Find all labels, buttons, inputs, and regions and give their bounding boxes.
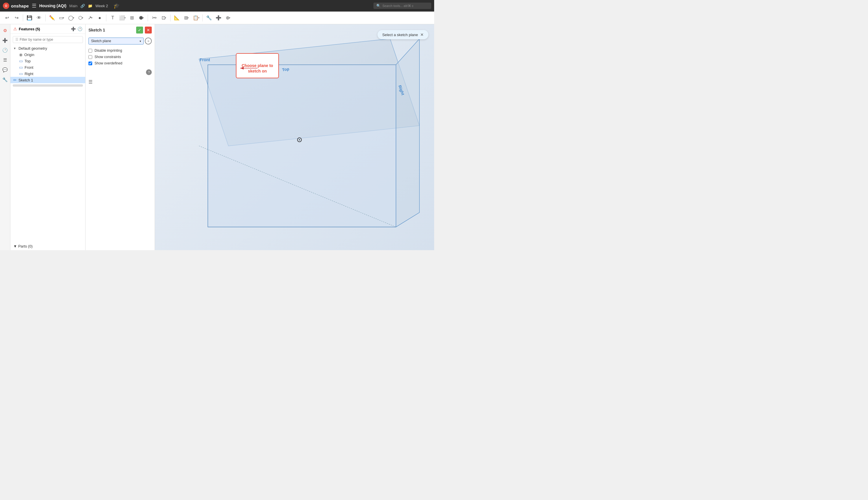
- select-plane-text: Select a sketch plane: [382, 33, 418, 37]
- dimension-button[interactable]: 📐: [172, 13, 181, 23]
- filter-box: ☰: [13, 36, 83, 43]
- front-plane-item[interactable]: ▭ Front: [16, 64, 85, 70]
- point-button[interactable]: ●: [95, 13, 104, 23]
- week-label[interactable]: Week 2: [96, 4, 108, 8]
- origin-icon: ◉: [19, 52, 23, 57]
- sketch-list-icon[interactable]: ☰: [86, 77, 155, 87]
- spline-button[interactable]: ↗▾: [86, 13, 95, 23]
- show-constraints-checkbox[interactable]: [88, 55, 92, 59]
- snap-button[interactable]: ⊕▾: [223, 13, 233, 23]
- default-geometry-item[interactable]: ▼ Default geometry: [10, 45, 85, 52]
- undo-button[interactable]: ↩: [2, 13, 12, 23]
- viewport-3d: [155, 24, 434, 250]
- origin-dot: [297, 137, 302, 142]
- app-logo[interactable]: O onshape: [3, 3, 29, 9]
- feature-panel-header: ⚠ Features (5) ➕ 🕐: [10, 24, 85, 34]
- offset-button[interactable]: ⊡▾: [159, 13, 168, 23]
- expand-icon: ▼: [13, 47, 16, 50]
- features-icon[interactable]: ⚙: [1, 26, 9, 35]
- panel-scrollbar[interactable]: [13, 84, 83, 87]
- search-icon: 🔍: [376, 4, 381, 8]
- filter-input[interactable]: [20, 37, 80, 42]
- select-button[interactable]: ➕: [214, 13, 223, 23]
- select-plane-close-button[interactable]: ✕: [420, 32, 424, 37]
- sketch1-label: Sketch 1: [19, 78, 33, 82]
- construct-button[interactable]: 📋▾: [191, 13, 201, 23]
- show-overdefined-label[interactable]: Show overdefined: [94, 61, 122, 65]
- show-overdefined-row: Show overdefined: [88, 60, 152, 66]
- help-button[interactable]: ?: [146, 69, 152, 75]
- rectangle-button[interactable]: ▭▾: [57, 13, 66, 23]
- show-overdefined-checkbox[interactable]: [88, 61, 92, 65]
- sketch-options: Disable imprinting Show constraints Show…: [86, 46, 155, 68]
- plane-icon-top: ▭: [19, 59, 23, 63]
- filter-icon-inner: ☰: [15, 37, 19, 42]
- sketch-panel-title: Sketch 1: [88, 28, 134, 32]
- show-constraints-label[interactable]: Show constraints: [94, 55, 121, 59]
- feature-history-button[interactable]: 🕐: [77, 26, 82, 31]
- menu-icon[interactable]: ☰: [32, 3, 36, 9]
- front-plane-label: Front: [200, 57, 210, 62]
- parts-header[interactable]: ▼ Parts (0): [13, 244, 82, 248]
- sketch1-item[interactable]: ✏ Sketch 1: [10, 77, 85, 83]
- pattern-button[interactable]: ⬢▾: [137, 13, 146, 23]
- sketch-close-button[interactable]: ✕: [145, 26, 152, 34]
- plane-icon-right: ▭: [19, 71, 23, 76]
- disable-imprinting-label[interactable]: Disable imprinting: [94, 48, 122, 53]
- grad-icon: 🎓: [113, 3, 120, 9]
- right-plane-item[interactable]: ▭ Right: [16, 70, 85, 77]
- add-feature-icon[interactable]: ➕: [1, 36, 9, 45]
- logo-icon: O: [3, 3, 9, 9]
- top-plane-item[interactable]: ▭ Top: [16, 58, 85, 64]
- circle-button[interactable]: ◯▾: [66, 13, 76, 23]
- toolbar-separator-3: [106, 14, 107, 21]
- text-button[interactable]: T: [108, 13, 118, 23]
- search-box[interactable]: 🔍 Search tools... alt/⌘ c: [374, 3, 431, 9]
- disable-imprinting-row: Disable imprinting: [88, 47, 152, 54]
- toolbar-separator-6: [202, 14, 203, 21]
- sketch-plane-dropdown-arrow: ▾: [140, 39, 141, 43]
- toolbar-separator-4: [148, 14, 148, 21]
- logo-text: onshape: [11, 3, 29, 8]
- topbar: O onshape ☰ Housing (AQI) Main 🔗 📁 Week …: [0, 0, 434, 12]
- origin-item[interactable]: ◉ Origin: [16, 52, 85, 58]
- add-feature-button[interactable]: ➕: [71, 26, 76, 31]
- comments-icon[interactable]: 💬: [1, 66, 9, 74]
- right-label: Right: [24, 72, 33, 76]
- app-title: Housing (AQI): [39, 3, 66, 8]
- filter-icon[interactable]: ☰: [1, 56, 9, 64]
- choose-plane-text: Choose plane to sketch on: [242, 63, 273, 73]
- show-constraints-row: Show constraints: [88, 54, 152, 60]
- sketch-icon: ✏: [13, 78, 17, 82]
- mirror-button[interactable]: ⊞: [127, 13, 136, 23]
- transform-button[interactable]: ⬜▾: [118, 13, 127, 23]
- top-plane-label: Top: [282, 66, 290, 72]
- constraints-button[interactable]: ⊞▾: [182, 13, 191, 23]
- polygon-button[interactable]: ⬡▾: [76, 13, 85, 23]
- plane-icon-front: ▭: [19, 65, 23, 70]
- redo-button[interactable]: ↪: [12, 13, 21, 23]
- trim-button[interactable]: ✂▾: [150, 13, 159, 23]
- front-label: Front: [24, 65, 33, 70]
- branch-label[interactable]: Main: [69, 4, 77, 8]
- sketch-panel: Sketch 1 ✓ ✕ Sketch plane ▾ ⊙ Disable im…: [86, 24, 155, 250]
- view-button[interactable]: 👁: [34, 13, 44, 23]
- feature-panel: ⚠ Features (5) ➕ 🕐 ☰ ▼ Default geometry …: [10, 24, 86, 250]
- tree-section: ▼ Default geometry ◉ Origin ▭ Top ▭ Fron…: [10, 44, 85, 89]
- settings-icon[interactable]: 🔧: [1, 76, 9, 84]
- sketch-plane-label: Sketch plane: [91, 39, 111, 43]
- parts-label: Parts (0): [18, 244, 33, 248]
- choose-plane-tooltip: Choose plane to sketch on: [236, 53, 279, 78]
- origin-dot-inner: [299, 139, 300, 140]
- sketch-plane-select[interactable]: Sketch plane ▾: [88, 37, 144, 45]
- tree-children: ◉ Origin ▭ Top ▭ Front ▭ Right: [10, 52, 85, 77]
- viewport[interactable]: Front Top Right Choose plane to sketch o…: [155, 24, 434, 250]
- fix-button[interactable]: 🔧: [204, 13, 214, 23]
- save-button[interactable]: 💾: [25, 13, 34, 23]
- toolbar-separator-5: [170, 14, 170, 21]
- disable-imprinting-checkbox[interactable]: [88, 49, 92, 53]
- history-icon[interactable]: 🕐: [1, 46, 9, 54]
- sketch-confirm-button[interactable]: ✓: [136, 26, 143, 34]
- pencil-button[interactable]: ✏️: [47, 13, 57, 23]
- sketch-plane-target[interactable]: ⊙: [145, 37, 152, 45]
